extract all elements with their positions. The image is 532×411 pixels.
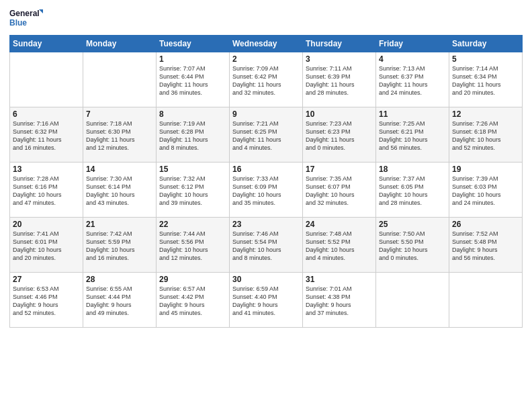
- calendar-cell: 7Sunrise: 7:18 AM Sunset: 6:30 PM Daylig…: [83, 107, 157, 163]
- calendar-cell: 3Sunrise: 7:11 AM Sunset: 6:39 PM Daylig…: [303, 52, 376, 107]
- day-content: Sunrise: 7:42 AM Sunset: 5:59 PM Dayligh…: [86, 230, 153, 263]
- day-content: Sunrise: 7:50 AM Sunset: 5:50 PM Dayligh…: [379, 230, 446, 263]
- calendar-cell: 4Sunrise: 7:13 AM Sunset: 6:37 PM Daylig…: [376, 52, 449, 107]
- calendar-cell: 6Sunrise: 7:16 AM Sunset: 6:32 PM Daylig…: [10, 107, 83, 163]
- header: General Blue: [9, 7, 523, 31]
- day-content: Sunrise: 7:35 AM Sunset: 6:07 PM Dayligh…: [306, 175, 373, 208]
- day-content: Sunrise: 7:11 AM Sunset: 6:39 PM Dayligh…: [306, 64, 373, 97]
- day-number: 10: [306, 109, 373, 119]
- calendar-cell: 20Sunrise: 7:41 AM Sunset: 6:01 PM Dayli…: [10, 218, 83, 273]
- day-content: Sunrise: 7:25 AM Sunset: 6:21 PM Dayligh…: [379, 120, 446, 152]
- day-number: 21: [86, 220, 153, 229]
- logo: General Blue: [9, 7, 43, 31]
- day-number: 7: [86, 109, 153, 119]
- day-content: Sunrise: 7:30 AM Sunset: 6:14 PM Dayligh…: [86, 175, 153, 208]
- day-number: 31: [306, 275, 373, 284]
- calendar-cell: 19Sunrise: 7:39 AM Sunset: 6:03 PM Dayli…: [449, 163, 523, 218]
- calendar-cell: 2Sunrise: 7:09 AM Sunset: 6:42 PM Daylig…: [230, 52, 303, 107]
- day-content: Sunrise: 6:53 AM Sunset: 4:46 PM Dayligh…: [13, 285, 80, 318]
- calendar-cell: 27Sunrise: 6:53 AM Sunset: 4:46 PM Dayli…: [10, 273, 83, 328]
- day-number: 6: [13, 109, 80, 119]
- day-content: Sunrise: 7:48 AM Sunset: 5:52 PM Dayligh…: [306, 230, 373, 263]
- day-number: 30: [232, 275, 300, 284]
- day-number: 20: [13, 220, 80, 229]
- day-number: 15: [159, 165, 226, 174]
- day-number: 11: [379, 109, 446, 119]
- day-content: Sunrise: 7:26 AM Sunset: 6:18 PM Dayligh…: [452, 120, 519, 152]
- day-content: Sunrise: 7:32 AM Sunset: 6:12 PM Dayligh…: [159, 175, 226, 208]
- calendar-cell: [376, 273, 449, 328]
- day-content: Sunrise: 7:13 AM Sunset: 6:37 PM Dayligh…: [379, 64, 446, 97]
- day-content: Sunrise: 7:41 AM Sunset: 6:01 PM Dayligh…: [13, 230, 80, 263]
- calendar-cell: [83, 52, 157, 107]
- day-number: 29: [159, 275, 226, 284]
- day-content: Sunrise: 6:59 AM Sunset: 4:40 PM Dayligh…: [232, 285, 300, 318]
- day-number: 2: [232, 54, 300, 64]
- calendar-cell: 23Sunrise: 7:46 AM Sunset: 5:54 PM Dayli…: [230, 218, 303, 273]
- calendar-cell: 16Sunrise: 7:33 AM Sunset: 6:09 PM Dayli…: [230, 163, 303, 218]
- weekday-header-tuesday: Tuesday: [157, 36, 230, 52]
- calendar-cell: [10, 52, 83, 107]
- day-content: Sunrise: 7:23 AM Sunset: 6:23 PM Dayligh…: [306, 120, 373, 152]
- day-number: 17: [306, 165, 373, 174]
- day-content: Sunrise: 7:44 AM Sunset: 5:56 PM Dayligh…: [159, 230, 226, 263]
- svg-marker-2: [39, 9, 43, 15]
- day-number: 25: [379, 220, 446, 229]
- day-content: Sunrise: 7:19 AM Sunset: 6:28 PM Dayligh…: [159, 120, 226, 152]
- day-content: Sunrise: 7:52 AM Sunset: 5:48 PM Dayligh…: [452, 230, 519, 263]
- calendar-cell: 26Sunrise: 7:52 AM Sunset: 5:48 PM Dayli…: [449, 218, 523, 273]
- calendar-cell: [449, 273, 523, 328]
- day-content: Sunrise: 7:09 AM Sunset: 6:42 PM Dayligh…: [232, 64, 300, 97]
- day-content: Sunrise: 7:18 AM Sunset: 6:30 PM Dayligh…: [86, 120, 153, 152]
- calendar-cell: 24Sunrise: 7:48 AM Sunset: 5:52 PM Dayli…: [303, 218, 376, 273]
- day-number: 28: [86, 275, 153, 284]
- day-content: Sunrise: 7:16 AM Sunset: 6:32 PM Dayligh…: [13, 120, 80, 152]
- calendar-cell: 1Sunrise: 7:07 AM Sunset: 6:44 PM Daylig…: [157, 52, 230, 107]
- day-number: 24: [306, 220, 373, 229]
- logo-svg: General Blue: [9, 7, 43, 31]
- weekday-header-friday: Friday: [376, 36, 449, 52]
- main-container: General Blue SundayMondayTuesdayWednesda…: [0, 0, 532, 332]
- day-content: Sunrise: 7:28 AM Sunset: 6:16 PM Dayligh…: [13, 175, 80, 208]
- weekday-header-monday: Monday: [83, 36, 157, 52]
- day-number: 4: [379, 54, 446, 64]
- calendar-week-3: 13Sunrise: 7:28 AM Sunset: 6:16 PM Dayli…: [10, 163, 523, 218]
- day-content: Sunrise: 7:39 AM Sunset: 6:03 PM Dayligh…: [452, 175, 519, 208]
- weekday-header-saturday: Saturday: [449, 36, 523, 52]
- day-number: 18: [379, 165, 446, 174]
- calendar-cell: 28Sunrise: 6:55 AM Sunset: 4:44 PM Dayli…: [83, 273, 157, 328]
- calendar-cell: 11Sunrise: 7:25 AM Sunset: 6:21 PM Dayli…: [376, 107, 449, 163]
- calendar-week-1: 1Sunrise: 7:07 AM Sunset: 6:44 PM Daylig…: [10, 52, 523, 107]
- day-content: Sunrise: 7:46 AM Sunset: 5:54 PM Dayligh…: [232, 230, 300, 263]
- calendar-cell: 18Sunrise: 7:37 AM Sunset: 6:05 PM Dayli…: [376, 163, 449, 218]
- calendar-cell: 25Sunrise: 7:50 AM Sunset: 5:50 PM Dayli…: [376, 218, 449, 273]
- svg-text:General: General: [9, 9, 40, 18]
- calendar-week-2: 6Sunrise: 7:16 AM Sunset: 6:32 PM Daylig…: [10, 107, 523, 163]
- day-number: 22: [159, 220, 226, 229]
- calendar-cell: 31Sunrise: 7:01 AM Sunset: 4:38 PM Dayli…: [303, 273, 376, 328]
- day-number: 26: [452, 220, 519, 229]
- calendar-cell: 21Sunrise: 7:42 AM Sunset: 5:59 PM Dayli…: [83, 218, 157, 273]
- day-number: 1: [159, 54, 226, 64]
- calendar-week-4: 20Sunrise: 7:41 AM Sunset: 6:01 PM Dayli…: [10, 218, 523, 273]
- calendar-table: SundayMondayTuesdayWednesdayThursdayFrid…: [9, 35, 523, 328]
- calendar-cell: 29Sunrise: 6:57 AM Sunset: 4:42 PM Dayli…: [157, 273, 230, 328]
- day-number: 23: [232, 220, 300, 229]
- calendar-cell: 12Sunrise: 7:26 AM Sunset: 6:18 PM Dayli…: [449, 107, 523, 163]
- weekday-header-sunday: Sunday: [10, 36, 83, 52]
- calendar-cell: 8Sunrise: 7:19 AM Sunset: 6:28 PM Daylig…: [157, 107, 230, 163]
- day-content: Sunrise: 7:14 AM Sunset: 6:34 PM Dayligh…: [452, 64, 519, 97]
- day-content: Sunrise: 6:57 AM Sunset: 4:42 PM Dayligh…: [159, 285, 226, 318]
- weekday-header-thursday: Thursday: [303, 36, 376, 52]
- day-content: Sunrise: 7:01 AM Sunset: 4:38 PM Dayligh…: [306, 285, 373, 318]
- calendar-cell: 13Sunrise: 7:28 AM Sunset: 6:16 PM Dayli…: [10, 163, 83, 218]
- svg-text:Blue: Blue: [9, 18, 27, 28]
- day-number: 19: [452, 165, 519, 174]
- day-number: 16: [232, 165, 300, 174]
- day-content: Sunrise: 6:55 AM Sunset: 4:44 PM Dayligh…: [86, 285, 153, 318]
- weekday-header-row: SundayMondayTuesdayWednesdayThursdayFrid…: [10, 36, 523, 52]
- calendar-cell: 9Sunrise: 7:21 AM Sunset: 6:25 PM Daylig…: [230, 107, 303, 163]
- day-content: Sunrise: 7:33 AM Sunset: 6:09 PM Dayligh…: [232, 175, 300, 208]
- weekday-header-wednesday: Wednesday: [230, 36, 303, 52]
- day-number: 5: [452, 54, 519, 64]
